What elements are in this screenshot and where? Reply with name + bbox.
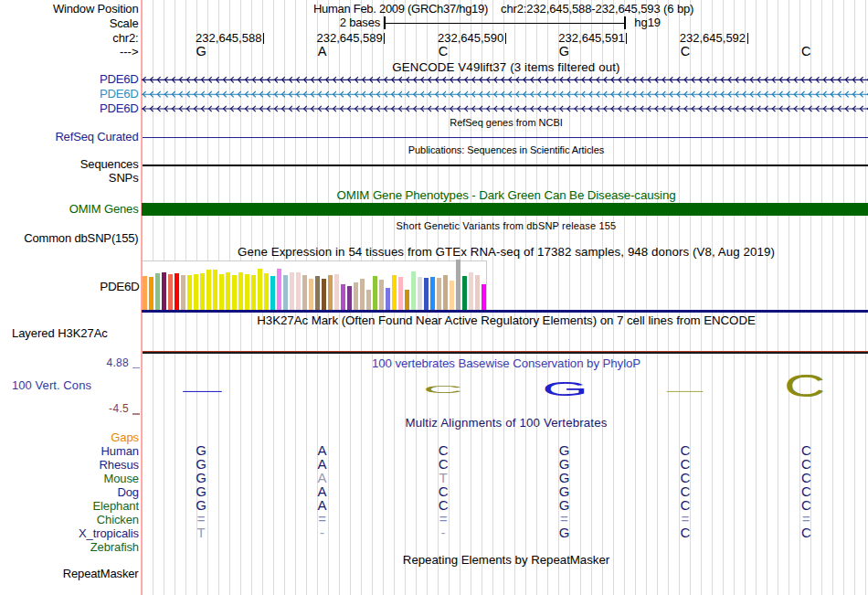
svg-text:G: G bbox=[542, 377, 588, 399]
svg-text:C: C bbox=[423, 384, 463, 395]
svg-text:C: C bbox=[784, 368, 825, 403]
